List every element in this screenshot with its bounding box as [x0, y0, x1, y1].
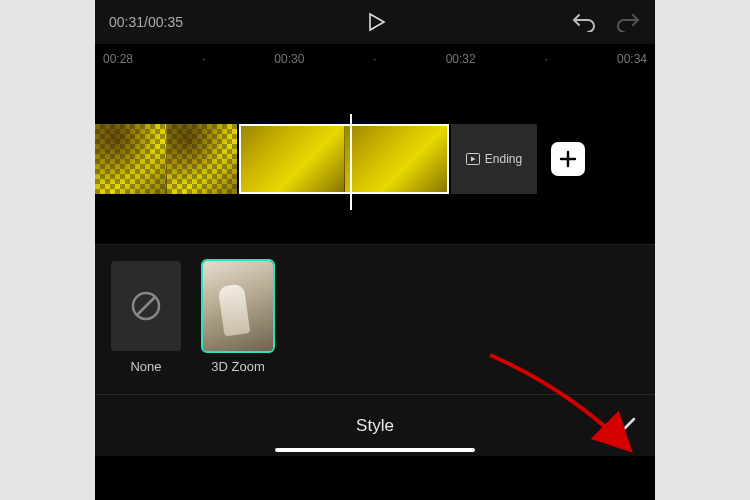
- bottom-bar: Style: [95, 394, 655, 456]
- timeline-track[interactable]: Ending: [95, 124, 655, 194]
- ruler-dot: ·: [312, 52, 437, 66]
- redo-button[interactable]: [615, 12, 641, 32]
- undo-icon: [571, 12, 597, 32]
- time-display: 00:31/00:35: [109, 14, 183, 30]
- clip-thumbnail: [95, 124, 166, 194]
- checkmark-icon: [609, 416, 637, 436]
- ruler-dot: ·: [141, 52, 266, 66]
- ruler-tick: 00:34: [617, 52, 647, 66]
- clip-2-selected[interactable]: [239, 124, 449, 194]
- ruler-tick: 00:30: [274, 52, 304, 66]
- clip-thumbnail: [241, 126, 344, 192]
- style-tile: [203, 261, 273, 351]
- clip-1[interactable]: [95, 124, 237, 194]
- total-time: 00:35: [148, 14, 183, 30]
- style-tile: [111, 261, 181, 351]
- svg-line-2: [137, 297, 155, 315]
- home-indicator[interactable]: [275, 448, 475, 452]
- ruler-dot: ·: [484, 52, 609, 66]
- ending-label: Ending: [485, 152, 522, 166]
- style-label: None: [111, 359, 181, 374]
- none-icon: [128, 288, 164, 324]
- plus-icon: [558, 149, 578, 169]
- play-button[interactable]: [363, 10, 387, 34]
- panel-title: Style: [356, 416, 394, 436]
- timeline-ruler: 00:28 · 00:30 · 00:32 · 00:34: [95, 44, 655, 74]
- ruler-tick: 00:32: [446, 52, 476, 66]
- redo-icon: [615, 12, 641, 32]
- add-clip-button[interactable]: [551, 142, 585, 176]
- style-label: 3D Zoom: [203, 359, 273, 374]
- style-option-3d-zoom[interactable]: 3D Zoom: [203, 261, 273, 374]
- style-option-none[interactable]: None: [111, 261, 181, 374]
- ruler-tick: 00:28: [103, 52, 133, 66]
- playhead[interactable]: [350, 114, 352, 210]
- style-picker: None 3D Zoom: [95, 244, 655, 394]
- topbar: 00:31/00:35: [95, 0, 655, 44]
- confirm-button[interactable]: [609, 416, 637, 436]
- undo-button[interactable]: [571, 12, 597, 32]
- timeline[interactable]: Ending: [95, 74, 655, 244]
- video-editor-screen: 00:31/00:35 00:28 · 00:30 · 00:32 · 00:3…: [95, 0, 655, 500]
- clip-thumbnail: [166, 124, 238, 194]
- ending-clip[interactable]: Ending: [451, 124, 537, 194]
- current-time: 00:31: [109, 14, 144, 30]
- clip-thumbnail: [344, 126, 448, 192]
- ending-icon: [466, 153, 480, 165]
- play-icon: [363, 10, 387, 34]
